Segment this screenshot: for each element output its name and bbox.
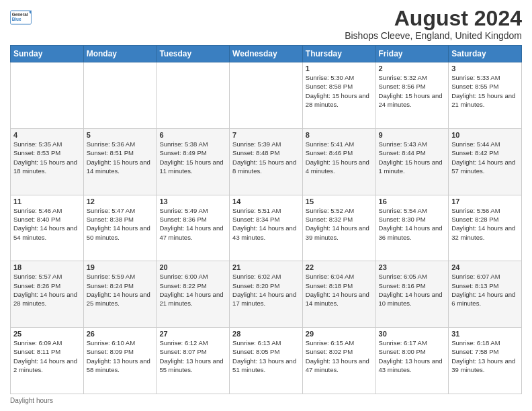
logo: General Blue <box>10 7 32 28</box>
logo-svg: General Blue <box>10 7 32 28</box>
day-info: Sunrise: 5:56 AM Sunset: 8:28 PM Dayligh… <box>451 206 519 242</box>
header-row: SundayMondayTuesdayWednesdayThursdayFrid… <box>11 46 522 62</box>
day-cell: 9Sunrise: 5:43 AM Sunset: 8:44 PM Daylig… <box>375 128 449 195</box>
day-number: 20 <box>159 263 226 271</box>
day-cell: 2Sunrise: 5:32 AM Sunset: 8:56 PM Daylig… <box>375 62 449 129</box>
day-info: Sunrise: 5:32 AM Sunset: 8:56 PM Dayligh… <box>379 73 446 109</box>
col-header-saturday: Saturday <box>449 46 522 62</box>
day-info: Sunrise: 5:39 AM Sunset: 8:48 PM Dayligh… <box>232 140 300 175</box>
day-cell: 25Sunrise: 6:09 AM Sunset: 8:11 PM Dayli… <box>11 328 84 394</box>
day-cell: 4Sunrise: 5:35 AM Sunset: 8:53 PM Daylig… <box>11 128 84 195</box>
day-cell <box>83 62 157 129</box>
day-cell <box>157 62 230 129</box>
day-number: 27 <box>159 330 226 338</box>
day-number: 14 <box>232 197 300 205</box>
day-cell <box>230 62 303 129</box>
day-cell: 21Sunrise: 6:02 AM Sunset: 8:20 PM Dayli… <box>230 261 303 328</box>
week-row-4: 18Sunrise: 5:57 AM Sunset: 8:26 PM Dayli… <box>11 261 522 328</box>
day-info: Sunrise: 6:17 AM Sunset: 8:00 PM Dayligh… <box>379 338 446 374</box>
col-header-tuesday: Tuesday <box>157 46 230 62</box>
col-header-wednesday: Wednesday <box>230 46 303 62</box>
day-cell: 13Sunrise: 5:49 AM Sunset: 8:36 PM Dayli… <box>157 195 230 261</box>
day-number: 8 <box>306 131 373 139</box>
day-number: 25 <box>13 330 81 338</box>
day-info: Sunrise: 6:05 AM Sunset: 8:16 PM Dayligh… <box>379 272 446 308</box>
col-header-monday: Monday <box>83 46 157 62</box>
day-number: 2 <box>379 64 446 73</box>
day-info: Sunrise: 5:36 AM Sunset: 8:51 PM Dayligh… <box>87 140 154 175</box>
day-info: Sunrise: 5:46 AM Sunset: 8:40 PM Dayligh… <box>13 206 81 242</box>
day-cell: 27Sunrise: 6:12 AM Sunset: 8:07 PM Dayli… <box>157 328 230 394</box>
day-info: Sunrise: 5:30 AM Sunset: 8:58 PM Dayligh… <box>306 73 373 109</box>
day-number: 17 <box>451 197 519 205</box>
day-number: 30 <box>379 330 446 338</box>
day-number: 3 <box>451 64 519 73</box>
day-info: Sunrise: 6:02 AM Sunset: 8:20 PM Dayligh… <box>232 272 300 308</box>
day-info: Sunrise: 5:54 AM Sunset: 8:30 PM Dayligh… <box>379 206 446 242</box>
day-number: 22 <box>306 263 373 271</box>
day-info: Sunrise: 5:59 AM Sunset: 8:24 PM Dayligh… <box>87 272 154 308</box>
day-cell: 29Sunrise: 6:15 AM Sunset: 8:02 PM Dayli… <box>302 328 375 394</box>
day-cell: 31Sunrise: 6:18 AM Sunset: 7:58 PM Dayli… <box>449 328 522 394</box>
day-cell: 20Sunrise: 6:00 AM Sunset: 8:22 PM Dayli… <box>157 261 230 328</box>
day-cell: 30Sunrise: 6:17 AM Sunset: 8:00 PM Dayli… <box>375 328 449 394</box>
day-number: 15 <box>306 197 373 205</box>
day-cell <box>11 62 84 129</box>
day-cell: 12Sunrise: 5:47 AM Sunset: 8:38 PM Dayli… <box>83 195 157 261</box>
day-cell: 5Sunrise: 5:36 AM Sunset: 8:51 PM Daylig… <box>83 128 157 195</box>
day-info: Sunrise: 6:00 AM Sunset: 8:22 PM Dayligh… <box>159 272 226 308</box>
day-info: Sunrise: 6:07 AM Sunset: 8:13 PM Dayligh… <box>451 272 519 308</box>
day-cell: 3Sunrise: 5:33 AM Sunset: 8:55 PM Daylig… <box>449 62 522 129</box>
week-row-5: 25Sunrise: 6:09 AM Sunset: 8:11 PM Dayli… <box>11 328 522 394</box>
day-cell: 16Sunrise: 5:54 AM Sunset: 8:30 PM Dayli… <box>375 195 449 261</box>
day-cell: 6Sunrise: 5:38 AM Sunset: 8:49 PM Daylig… <box>157 128 230 195</box>
day-info: Sunrise: 5:52 AM Sunset: 8:32 PM Dayligh… <box>306 206 373 242</box>
calendar-table: SundayMondayTuesdayWednesdayThursdayFrid… <box>10 45 522 394</box>
svg-text:Blue: Blue <box>12 17 21 21</box>
day-info: Sunrise: 5:43 AM Sunset: 8:44 PM Dayligh… <box>379 140 446 175</box>
day-cell: 18Sunrise: 5:57 AM Sunset: 8:26 PM Dayli… <box>11 261 84 328</box>
col-header-friday: Friday <box>375 46 449 62</box>
day-cell: 10Sunrise: 5:44 AM Sunset: 8:42 PM Dayli… <box>449 128 522 195</box>
day-number: 11 <box>13 197 81 205</box>
week-row-3: 11Sunrise: 5:46 AM Sunset: 8:40 PM Dayli… <box>11 195 522 261</box>
day-info: Sunrise: 5:49 AM Sunset: 8:36 PM Dayligh… <box>159 206 226 242</box>
day-info: Sunrise: 6:10 AM Sunset: 8:09 PM Dayligh… <box>87 338 154 374</box>
week-row-1: 1Sunrise: 5:30 AM Sunset: 8:58 PM Daylig… <box>11 62 522 129</box>
day-cell: 14Sunrise: 5:51 AM Sunset: 8:34 PM Dayli… <box>230 195 303 261</box>
day-info: Sunrise: 5:35 AM Sunset: 8:53 PM Dayligh… <box>13 140 81 175</box>
day-cell: 22Sunrise: 6:04 AM Sunset: 8:18 PM Dayli… <box>302 261 375 328</box>
col-header-thursday: Thursday <box>302 46 375 62</box>
day-cell: 7Sunrise: 5:39 AM Sunset: 8:48 PM Daylig… <box>230 128 303 195</box>
day-info: Sunrise: 5:44 AM Sunset: 8:42 PM Dayligh… <box>451 140 519 175</box>
day-info: Sunrise: 6:13 AM Sunset: 8:05 PM Dayligh… <box>232 338 300 374</box>
day-cell: 17Sunrise: 5:56 AM Sunset: 8:28 PM Dayli… <box>449 195 522 261</box>
day-cell: 19Sunrise: 5:59 AM Sunset: 8:24 PM Dayli… <box>83 261 157 328</box>
day-cell: 1Sunrise: 5:30 AM Sunset: 8:58 PM Daylig… <box>302 62 375 129</box>
day-number: 5 <box>87 131 154 139</box>
day-info: Sunrise: 5:47 AM Sunset: 8:38 PM Dayligh… <box>87 206 154 242</box>
day-number: 28 <box>232 330 300 338</box>
day-number: 12 <box>87 197 154 205</box>
title-block: August 2024 Bishops Cleeve, England, Uni… <box>345 7 522 41</box>
day-number: 4 <box>13 131 81 139</box>
day-cell: 24Sunrise: 6:07 AM Sunset: 8:13 PM Dayli… <box>449 261 522 328</box>
day-number: 10 <box>451 131 519 139</box>
day-info: Sunrise: 6:04 AM Sunset: 8:18 PM Dayligh… <box>306 272 373 308</box>
day-cell: 28Sunrise: 6:13 AM Sunset: 8:05 PM Dayli… <box>230 328 303 394</box>
day-number: 19 <box>87 263 154 271</box>
day-number: 26 <box>87 330 154 338</box>
day-cell: 23Sunrise: 6:05 AM Sunset: 8:16 PM Dayli… <box>375 261 449 328</box>
day-cell: 26Sunrise: 6:10 AM Sunset: 8:09 PM Dayli… <box>83 328 157 394</box>
day-number: 16 <box>379 197 446 205</box>
day-number: 6 <box>159 131 226 139</box>
day-info: Sunrise: 5:51 AM Sunset: 8:34 PM Dayligh… <box>232 206 300 242</box>
month-title: August 2024 <box>345 7 522 30</box>
day-number: 29 <box>306 330 373 338</box>
day-number: 23 <box>379 263 446 271</box>
page: General Blue August 2024 Bishops Cleeve,… <box>0 0 532 411</box>
day-number: 1 <box>306 64 373 73</box>
day-info: Sunrise: 6:09 AM Sunset: 8:11 PM Dayligh… <box>13 338 81 374</box>
day-info: Sunrise: 5:41 AM Sunset: 8:46 PM Dayligh… <box>306 140 373 175</box>
day-cell: 8Sunrise: 5:41 AM Sunset: 8:46 PM Daylig… <box>302 128 375 195</box>
